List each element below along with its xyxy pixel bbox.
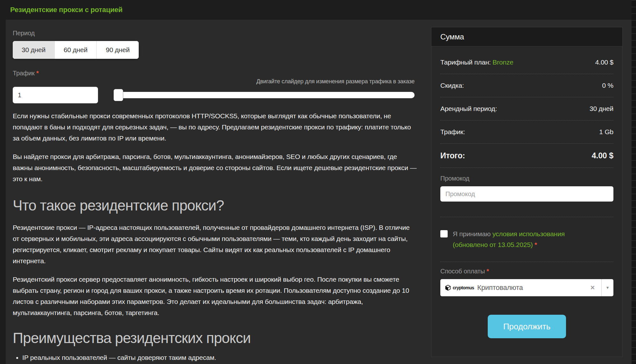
- terms-row: Я принимаю условия использования (обновл…: [440, 229, 613, 262]
- order-panel: Период 30 дней 60 дней 90 дней Трафик * …: [6, 20, 632, 364]
- period-tab-90[interactable]: 90 дней: [97, 41, 139, 59]
- section1-paragraph-2: Резидентский прокси сервер предоставляет…: [13, 274, 417, 318]
- clear-selection-icon[interactable]: ✕: [588, 284, 597, 291]
- summary-row-label: Скидка:: [440, 82, 464, 89]
- terms-updated[interactable]: (обновлено от 13.05.2025): [453, 241, 533, 248]
- summary-row-label: Трафик:: [440, 128, 465, 136]
- required-asterisk: *: [36, 70, 39, 77]
- promo-label: Промокод: [440, 175, 613, 182]
- terms-link[interactable]: условия использования: [493, 230, 565, 237]
- chevron-down-icon: ▼: [606, 285, 610, 290]
- summary-row-traffic: Трафик: 1 Gb: [440, 120, 613, 144]
- cryptomus-icon: [445, 285, 451, 291]
- benefits-list: IP реальных пользователей — сайты доверя…: [13, 352, 417, 364]
- payment-label-text: Способ оплаты: [440, 268, 485, 275]
- section-heading-benefits: Преимущества резидентских прокси: [13, 330, 417, 346]
- required-asterisk: *: [486, 268, 489, 275]
- period-tab-60[interactable]: 60 дней: [55, 41, 97, 59]
- top-title-bar: Резидентские прокси с ротацией: [0, 0, 636, 20]
- total-label: Итого:: [440, 151, 465, 160]
- traffic-label: Трафик *: [13, 70, 417, 77]
- terms-checkbox[interactable]: [440, 230, 448, 237]
- terms-prefix: Я принимаю: [453, 230, 493, 237]
- summary-row-discount: Скидка: 0 %: [440, 74, 613, 97]
- payment-method-select[interactable]: cryptomus Криптовалюта ✕ ▼: [440, 279, 613, 296]
- intro-paragraph-1: Если нужны стабильные прокси современных…: [13, 110, 417, 144]
- list-item: IP реальных пользователей — сайты доверя…: [22, 352, 417, 363]
- summary-row-label: Тарифный план: Bronze: [440, 58, 513, 66]
- period-label: Период: [13, 30, 417, 37]
- section1-paragraph-1: Резидентские прокси — IP-адреса настоящи…: [13, 222, 417, 266]
- summary-card-body: Тарифный план: Bronze 4.00 $ Скидка: 0 %…: [431, 46, 622, 338]
- slider-hint: Двигайте слайдер для изменения размера т…: [13, 78, 415, 85]
- cryptomus-logo-text: cryptomus: [453, 285, 474, 290]
- summary-row-plan: Тарифный план: Bronze 4.00 $: [440, 51, 613, 74]
- traffic-slider[interactable]: [114, 92, 415, 98]
- traffic-row: [13, 87, 415, 103]
- summary-row-period: Арендный период: 30 дней: [440, 97, 613, 120]
- plan-label: Тарифный план:: [440, 58, 491, 66]
- section-heading-what-is: Что такое резидентские прокси?: [13, 197, 417, 214]
- summary-row-value: 1 Gb: [599, 128, 613, 136]
- summary-card: Сумма Тарифный план: Bronze 4.00 $ Скидк…: [431, 27, 623, 357]
- summary-row-label: Арендный период:: [440, 105, 497, 113]
- period-tab-30[interactable]: 30 дней: [13, 41, 55, 59]
- payment-selected-option[interactable]: cryptomus Криптовалюта ✕: [440, 279, 601, 296]
- summary-row-value: 0 %: [602, 82, 613, 89]
- summary-row-total: Итого: 4.00 $: [440, 144, 613, 168]
- payment-label: Способ оплаты *: [440, 268, 613, 275]
- dropdown-arrow-box[interactable]: ▼: [601, 279, 613, 296]
- continue-button[interactable]: Продолжить: [488, 315, 566, 338]
- traffic-input[interactable]: [13, 87, 98, 103]
- summary-title: Сумма: [440, 32, 464, 41]
- summary-row-value: 30 дней: [590, 105, 613, 113]
- terms-text: Я принимаю условия использования (обновл…: [453, 229, 565, 250]
- divider: [440, 217, 613, 217]
- total-value: 4.00 $: [592, 151, 613, 160]
- plan-name: Bronze: [493, 58, 513, 66]
- page-title: Резидентские прокси с ротацией: [10, 6, 122, 14]
- payment-option-label: Криптовалюта: [477, 284, 523, 292]
- summary-card-header: Сумма: [431, 27, 622, 46]
- slider-handle-icon[interactable]: [114, 89, 123, 101]
- page-scrollbar[interactable]: [632, 0, 636, 364]
- period-tab-group: 30 дней 60 дней 90 дней: [13, 41, 139, 59]
- order-form: Период 30 дней 60 дней 90 дней Трафик * …: [13, 30, 417, 364]
- traffic-label-text: Трафик: [13, 70, 35, 77]
- promo-input[interactable]: [440, 186, 613, 202]
- intro-paragraph-2: Вы найдете прокси для арбитража, парсинг…: [13, 151, 417, 184]
- summary-row-value: 4.00 $: [595, 58, 613, 66]
- required-asterisk: *: [535, 241, 537, 248]
